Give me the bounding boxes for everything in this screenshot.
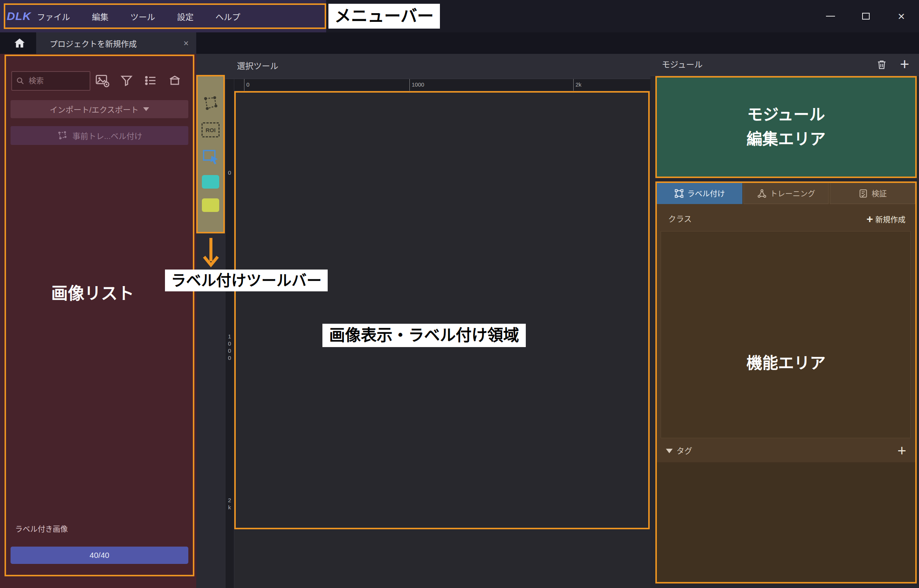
roi-tool-label: ROI [205, 127, 216, 133]
tab-training-label: トレーニング [770, 188, 815, 199]
app-window: DLK ファイル 編集 ツール 設定 ヘルプ × プロジ [0, 0, 919, 588]
class-label: クラス [668, 209, 692, 229]
tag-label: タグ [676, 441, 692, 462]
tab-validation[interactable]: 検証 [830, 183, 915, 204]
tag-list [657, 462, 915, 582]
annotation-label-labeling-toolbar: ラベル付けツールバー [165, 270, 328, 291]
class-list[interactable] [661, 231, 911, 438]
annotation-label-module-edit-line1: モジュール [747, 105, 825, 124]
vertical-ruler-tick: 0 [227, 170, 233, 176]
labeling-toolbar: ROI [196, 75, 225, 233]
annotation-label-image-display: 画像表示・ラベル付け領域 [322, 324, 526, 347]
minimize-button[interactable] [813, 0, 848, 32]
tool-options-bar: 選択ツール [196, 54, 650, 79]
horizontal-ruler: 0 1000 2k [234, 79, 650, 91]
chevron-down-icon[interactable] [666, 449, 673, 453]
tab-validation-label: 検証 [872, 188, 887, 199]
horizontal-ruler-tick: 0 [244, 79, 249, 91]
tab-labeling-label: ラベル付け [688, 188, 725, 199]
create-class-button[interactable]: + 新規作成 [866, 209, 906, 229]
tab-close-icon[interactable]: × [183, 38, 189, 48]
trash-icon [876, 59, 887, 71]
home-icon [13, 37, 26, 50]
home-button[interactable] [11, 36, 28, 51]
annotation-box-image-display [234, 91, 650, 529]
annotation-label-function-area: 機能エリア [655, 350, 917, 373]
horizontal-ruler-tick: 1000 [409, 79, 424, 91]
roi-tool-button[interactable]: ROI [202, 122, 220, 137]
annotation-label-menu-bar: メニューバー [328, 4, 440, 29]
add-module-button[interactable]: + [900, 54, 909, 75]
network-icon [757, 189, 767, 199]
annotation-label-module-edit-line2: 編集エリア [746, 130, 825, 149]
window-controls: × [813, 0, 919, 32]
vertical-ruler-tick: 1000 [227, 333, 233, 362]
cyan-brush-tool-button[interactable] [202, 175, 219, 189]
tab-training[interactable]: トレーニング [743, 183, 829, 204]
tab-bar: プロジェクトを新規作成 × [0, 32, 919, 54]
maximize-button[interactable] [848, 0, 883, 32]
close-button[interactable]: × [883, 0, 919, 32]
close-icon: × [898, 10, 905, 22]
function-tabs: ラベル付け トレーニング 検証 [657, 183, 915, 204]
horizontal-ruler-tick: 2k [573, 79, 581, 91]
create-class-label: 新規作成 [875, 214, 906, 225]
project-tab[interactable]: プロジェクトを新規作成 × [36, 32, 196, 54]
tag-section-header: タグ + [657, 441, 915, 462]
smart-labeling-tool-button[interactable] [202, 95, 219, 112]
class-section-header: クラス + 新規作成 [657, 209, 915, 229]
project-tab-title: プロジェクトを新規作成 [50, 38, 183, 49]
annotation-box-image-list [5, 55, 194, 576]
plus-icon: + [866, 213, 873, 225]
maximize-icon [862, 13, 870, 19]
annotation-label-image-list: 画像リスト [51, 280, 134, 304]
annotation-box-menu-bar [4, 3, 326, 29]
module-panel-header: モジュール + [650, 54, 919, 76]
module-header-title: モジュール [662, 54, 702, 76]
selection-tool-button[interactable] [202, 148, 219, 165]
selection-arrow-icon [202, 148, 219, 165]
selected-tool-label: 選択ツール [237, 54, 278, 79]
vertical-ruler: 0 1000 2k [226, 79, 234, 588]
tab-labeling[interactable]: ラベル付け [657, 183, 743, 204]
yellow-brush-tool-button[interactable] [202, 199, 219, 212]
annotation-arrow-down-icon [201, 236, 221, 270]
function-area: ラベル付け トレーニング 検証 [655, 181, 917, 583]
bounding-box-icon [674, 189, 684, 199]
polygon-tool-icon [202, 95, 219, 112]
add-tag-button[interactable]: + [898, 441, 906, 461]
checklist-icon [858, 189, 868, 199]
delete-module-button[interactable] [876, 59, 887, 72]
minimize-icon [826, 16, 835, 16]
module-edit-area: モジュール 編集エリア [655, 76, 917, 178]
vertical-ruler-tick: 2k [227, 497, 233, 511]
